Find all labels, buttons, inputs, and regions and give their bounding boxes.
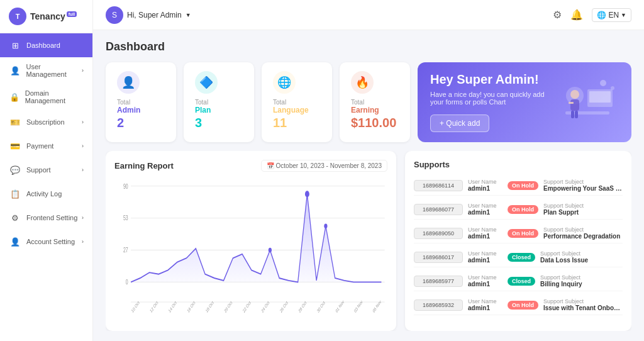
status-badge: Closed	[508, 253, 535, 262]
svg-point-22	[269, 248, 272, 253]
nav-label-frontend-setting: Frontend Setting	[26, 214, 77, 221]
svg-rect-10	[575, 111, 578, 118]
stat-label-plan: Plan	[195, 106, 243, 115]
user-name-label: User Name	[468, 179, 502, 185]
ticket-id: 1689689050	[414, 228, 463, 239]
content-area: Dashboard 👤 Total Admin 2 🔷 Total Plan 3…	[93, 30, 644, 341]
user-info: User Name admin1	[468, 226, 502, 240]
stat-value-earning: $110.00	[351, 116, 399, 130]
support-list: 1689686114 User Name admin1 On Hold Supp…	[414, 176, 623, 322]
support-item[interactable]: 1689685977 User Name admin1 Closed Suppo…	[414, 271, 623, 291]
svg-rect-1	[589, 91, 611, 103]
ticket-id: 1689686114	[414, 180, 463, 191]
supports-card: Supports 1689686114 User Name admin1 On …	[405, 151, 631, 331]
page-title: Dashboard	[106, 40, 631, 53]
svg-text:53: 53	[123, 215, 128, 222]
user-name-value: admin1	[468, 281, 502, 288]
support-item[interactable]: 1689685885 User Name admin1 In Progress …	[414, 319, 623, 322]
svg-point-6	[570, 90, 579, 99]
nav-label-support: Support	[26, 166, 51, 174]
support-subject: Support Subject Billing Inquiry	[540, 274, 623, 288]
sidebar-item-user-management[interactable]: 👤 User Management ›	[0, 57, 92, 84]
subject-label: Support Subject	[543, 203, 623, 209]
sidebar-item-account-setting[interactable]: 👤 Account Setting ›	[0, 230, 92, 254]
sidebar-nav: ⊞ Dashboard 👤 User Management › 🔒 Domain…	[0, 33, 92, 254]
nav-icon-frontend-setting: ⚙	[9, 211, 21, 224]
topbar-user[interactable]: S Hi, Super Admin ▼	[106, 6, 191, 24]
quick-add-button[interactable]: + Quick add	[430, 115, 489, 132]
ticket-id: 1689685977	[414, 276, 463, 287]
stat-cards: 👤 Total Admin 2 🔷 Total Plan 3 🌐 Total L…	[106, 62, 410, 142]
sidebar-item-activity-log[interactable]: 📋 Activity Log	[0, 182, 92, 206]
user-name-value: admin1	[468, 257, 502, 264]
support-item[interactable]: 1689685932 User Name admin1 On Hold Supp…	[414, 295, 623, 315]
status-badge: Closed	[508, 277, 535, 286]
chevron-down-icon: ▼	[186, 12, 191, 18]
svg-point-20	[305, 191, 309, 197]
chevron-right-icon: ›	[82, 119, 84, 125]
bottom-row: Earning Report 📅 October 10, 2023 - Nove…	[106, 151, 631, 331]
sidebar-item-dashboard[interactable]: ⊞ Dashboard	[0, 33, 92, 57]
promo-subtitle: Have a nice day! you can quickly add you…	[430, 91, 556, 106]
subject-label: Support Subject	[540, 250, 623, 257]
svg-text:01 Nov: 01 Nov	[335, 299, 345, 313]
stat-total-earning: Total	[351, 99, 399, 106]
nav-icon-support: 💬	[9, 164, 21, 176]
stat-total-language: Total	[273, 99, 321, 106]
ticket-id: 1689686017	[414, 252, 463, 263]
nav-label-dashboard: Dashboard	[26, 42, 60, 49]
sidebar: T Tenancyfull ⊞ Dashboard 👤 User Managem…	[0, 0, 93, 341]
promo-illustration	[550, 77, 625, 142]
subject-value: Billing Inquiry	[540, 281, 623, 288]
sidebar-item-domain-management[interactable]: 🔒 Domain Management	[0, 84, 92, 110]
stat-icon-earning: 🔥	[351, 71, 374, 94]
sidebar-item-frontend-setting[interactable]: ⚙ Frontend Setting ›	[0, 206, 92, 230]
support-item[interactable]: 1689686077 User Name admin1 On Hold Supp…	[414, 199, 623, 220]
user-name-label: User Name	[468, 274, 502, 281]
ticket-id: 1689686077	[414, 204, 463, 215]
subject-label: Support Subject	[543, 298, 623, 305]
chart-date-range[interactable]: 📅 October 10, 2023 - November 8, 2023	[261, 160, 387, 172]
chevron-right-icon: ›	[82, 67, 84, 74]
bell-icon[interactable]: 🔔	[570, 9, 583, 21]
svg-rect-7	[570, 99, 579, 111]
stat-icon-admin: 👤	[117, 71, 140, 94]
subject-label: Support Subject	[540, 274, 623, 281]
nav-label-activity-log: Activity Log	[26, 190, 62, 198]
supports-title: Supports	[414, 160, 623, 169]
stats-row: 👤 Total Admin 2 🔷 Total Plan 3 🌐 Total L…	[106, 62, 631, 142]
user-name-label: User Name	[468, 250, 502, 257]
chart-title: Earning Report	[114, 161, 174, 170]
sidebar-item-payment[interactable]: 💳 Payment ›	[0, 134, 92, 158]
user-info: User Name admin1	[468, 298, 502, 311]
support-item[interactable]: 1689686017 User Name admin1 Closed Suppo…	[414, 247, 623, 267]
support-subject: Support Subject Performance Degradation	[543, 226, 623, 240]
nav-label-payment: Payment	[26, 142, 53, 150]
support-item[interactable]: 1689689050 User Name admin1 On Hold Supp…	[414, 223, 623, 243]
user-info: User Name admin1	[468, 274, 502, 288]
nav-icon-account-setting: 👤	[9, 235, 21, 248]
user-name-value: admin1	[468, 305, 502, 311]
sidebar-item-support[interactable]: 💬 Support ›	[0, 158, 92, 182]
sidebar-item-subscription[interactable]: 🎫 Subscription ›	[0, 110, 92, 134]
stat-value-plan: 3	[195, 116, 243, 130]
nav-icon-domain-management: 🔒	[9, 91, 20, 103]
subject-value: Data Loss Issue	[540, 257, 623, 264]
subject-label: Support Subject	[543, 179, 623, 185]
status-badge: On Hold	[508, 229, 538, 238]
status-badge: On Hold	[508, 205, 538, 214]
logo: T Tenancyfull	[0, 0, 92, 33]
settings-icon[interactable]: ⚙	[553, 9, 562, 21]
status-badge: On Hold	[508, 181, 538, 190]
support-subject: Support Subject Empowering Your SaaS Dev…	[543, 179, 623, 192]
stat-label-admin: Admin	[117, 106, 165, 115]
topbar: S Hi, Super Admin ▼ ⚙ 🔔 🌐 EN ▼	[93, 0, 644, 30]
nav-icon-activity-log: 📋	[9, 187, 21, 200]
stat-card-admin: 👤 Total Admin 2	[106, 62, 176, 142]
language-selector[interactable]: 🌐 EN ▼	[592, 8, 631, 22]
chart-card: Earning Report 📅 October 10, 2023 - Nove…	[106, 151, 396, 331]
nav-label-domain-management: Domain Management	[25, 89, 84, 104]
support-subject: Support Subject Plan Supprt	[543, 203, 623, 216]
stat-label-earning: Earning	[351, 106, 399, 115]
support-item[interactable]: 1689686114 User Name admin1 On Hold Supp…	[414, 176, 623, 196]
